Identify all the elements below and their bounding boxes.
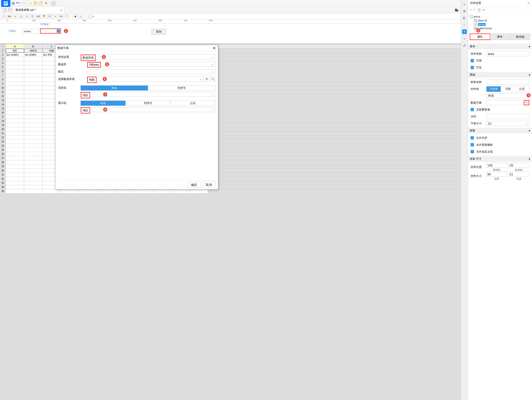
widget-icon[interactable]: ▾ (462, 29, 467, 34)
checkbox-combo-icon[interactable]: ☰ (30, 14, 35, 18)
grid-cell[interactable] (6, 148, 24, 152)
grid-cell[interactable] (6, 152, 24, 156)
grid-cell[interactable] (6, 131, 24, 135)
grid-cell[interactable] (6, 98, 24, 102)
dedup-checkbox[interactable]: ✓ (471, 108, 474, 111)
section-validation[interactable]: 校验▾ (468, 128, 532, 133)
tab-list-icon[interactable] (8, 8, 13, 13)
value-input[interactable] (486, 93, 529, 98)
row-header[interactable]: 16 (0, 111, 6, 115)
grid-cell[interactable] (79, 189, 98, 193)
row-header[interactable]: 20 (0, 127, 6, 131)
grid-cell[interactable] (6, 185, 24, 189)
row-header[interactable]: 31 (0, 173, 6, 177)
grid-cell[interactable] (6, 127, 24, 131)
row-header[interactable]: 9 (0, 82, 6, 86)
fontsize-input[interactable] (486, 121, 529, 126)
grid-cell[interactable] (24, 156, 43, 160)
grid-cell[interactable] (24, 57, 43, 61)
corner-cell[interactable]: ⊹ (0, 44, 6, 49)
area-combobox[interactable] (40, 28, 61, 33)
allow-edit-checkbox[interactable]: ✓ (471, 143, 474, 146)
row-header[interactable]: 13 (0, 98, 6, 102)
cut-icon[interactable]: ✂ (470, 8, 472, 12)
grid-cell[interactable] (6, 74, 24, 77)
grid-cell[interactable] (6, 61, 24, 65)
border-icon[interactable]: □ (462, 23, 467, 27)
grid-cell[interactable] (24, 74, 43, 77)
grid-cell[interactable] (24, 119, 43, 123)
col-header-b[interactable]: B (24, 44, 43, 49)
row-header[interactable]: 33 (0, 181, 6, 185)
display-colindex-tab[interactable]: 列序号 (125, 101, 170, 106)
textbox-icon[interactable]: □ (1, 14, 6, 18)
section-coord[interactable]: 坐标·尺寸▾ (468, 156, 532, 162)
grid-cell[interactable] (6, 119, 24, 123)
grid-cell[interactable] (98, 189, 116, 193)
size-h-input[interactable] (509, 172, 529, 177)
row-header[interactable]: 21 (0, 131, 6, 135)
close-icon[interactable]: ✕ (213, 46, 216, 50)
tree-root[interactable]: ▾ para (470, 15, 530, 19)
row-header[interactable]: 8 (0, 78, 6, 82)
grid-cell[interactable] (24, 78, 43, 82)
pos-y-input[interactable] (509, 163, 529, 168)
tab-active[interactable]: 数据集参数.cpt * ✕ (14, 7, 64, 13)
grid-cell[interactable]: 销售员 (24, 49, 43, 53)
grid-cell[interactable] (6, 102, 24, 106)
freebutton-icon[interactable]: ◻ (18, 14, 23, 18)
grid-cell[interactable] (6, 181, 24, 185)
grid-cell[interactable] (24, 131, 43, 135)
row-header[interactable]: 6 (0, 69, 6, 73)
paste-icon[interactable] (38, 1, 43, 6)
cut-icon[interactable]: ✂ (28, 1, 33, 6)
name-input[interactable] (486, 51, 529, 56)
grid-cell[interactable] (24, 165, 43, 168)
number-icon[interactable]: 123 (36, 14, 41, 18)
row-header[interactable]: 2 (0, 53, 6, 57)
row-header[interactable]: 18 (0, 119, 6, 123)
dict-ellipsis-button[interactable]: ⋯ (524, 100, 529, 105)
collapse-icon[interactable]: ▸ (462, 2, 467, 6)
tab-event[interactable]: 事件 (490, 34, 510, 40)
grid-cell[interactable] (24, 86, 43, 90)
link-icon[interactable]: 🔗 (462, 43, 467, 48)
visible-checkbox[interactable]: ✓ (471, 66, 474, 69)
combobox-icon[interactable]: ▾ (24, 14, 29, 18)
grid-cell[interactable] (6, 65, 24, 69)
col-header-a[interactable]: A (6, 44, 24, 49)
grid-cell[interactable] (6, 69, 24, 73)
grid-cell[interactable] (6, 144, 24, 148)
checkbox-icon[interactable]: ☑ (47, 14, 52, 18)
grid-cell[interactable] (6, 173, 24, 177)
row-header[interactable]: 32 (0, 177, 6, 181)
delete-icon[interactable]: ✕ (483, 8, 485, 12)
section-advanced[interactable]: 高级▾ (468, 72, 532, 78)
grid-cell[interactable]: 地区 (6, 49, 24, 53)
schema-select[interactable] (87, 69, 215, 74)
grid-cell[interactable] (24, 152, 43, 156)
section-basic[interactable]: 基本▾ (468, 44, 532, 49)
row-header[interactable]: 25 (0, 148, 6, 152)
actual-colname-tab[interactable]: 列名 (81, 85, 148, 90)
grid-cell[interactable] (24, 98, 43, 102)
tree-item-area[interactable]: ▾ area (470, 23, 530, 26)
row-header[interactable]: 22 (0, 136, 6, 140)
row-header[interactable]: 11 (0, 90, 6, 94)
grid-cell[interactable] (6, 86, 24, 90)
grid-cell[interactable] (61, 189, 79, 193)
row-header[interactable]: 24 (0, 144, 6, 148)
grid-cell[interactable] (24, 65, 43, 69)
tab-property[interactable]: 属性 (470, 34, 490, 40)
grid-cell[interactable] (24, 144, 43, 148)
label-icon[interactable]: lab (7, 14, 12, 18)
password-icon[interactable]: ** (64, 14, 69, 18)
grid-cell[interactable] (24, 127, 43, 131)
grid-cell[interactable] (24, 82, 43, 86)
row-header[interactable]: 10 (0, 86, 6, 90)
design-canvas[interactable]: 130像素 25像素 area: 1 查询 (0, 23, 461, 44)
pos-x-input[interactable] (486, 163, 507, 168)
row-header[interactable]: 4 (0, 61, 6, 65)
grid-cell[interactable] (6, 160, 24, 164)
grid-cell[interactable] (6, 90, 24, 94)
